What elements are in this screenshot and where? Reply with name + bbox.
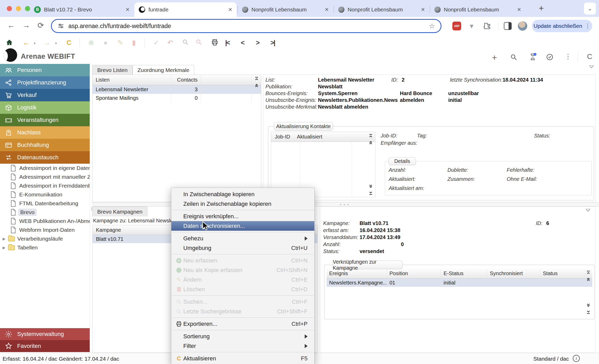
scroll-page-up-icon[interactable]	[586, 277, 591, 282]
ereignis-cell[interactable]: Newsletters.Kampagne....	[327, 279, 387, 287]
horizontal-splitter[interactable]: • • •	[92, 202, 599, 207]
e-status-cell[interactable]: initial	[441, 279, 487, 287]
global-search-icon[interactable]	[510, 54, 517, 61]
sidebar-folder-verarbeitungslaeufe[interactable]: ▶ Verarbeitungsläufe	[0, 234, 90, 243]
tab-close-icon[interactable]: ✕	[517, 6, 521, 13]
app-menu-icon[interactable]: ⋮	[565, 52, 571, 61]
sidebar-item-brevo-selected[interactable]: Brevo	[0, 208, 90, 217]
adblock-extension-icon[interactable]: ABP	[452, 22, 461, 30]
browser-tab[interactable]: Nonprofit Lebensbaum ✕	[430, 2, 525, 17]
menu-item-sortierung[interactable]: Sortierung	[171, 332, 314, 341]
browser-tab-active[interactable]: funtrade ✕	[134, 2, 237, 17]
collapse-panel-icon[interactable]	[589, 65, 594, 68]
job-table-header[interactable]: Job-ID Aktualisiert	[271, 132, 375, 142]
chrome-update-button[interactable]: Update abschließen ⋮	[532, 20, 592, 32]
browser-menu-icon[interactable]: ⋮	[585, 23, 590, 29]
sidebar-item-webform-import[interactable]: Webform Import-Daten	[0, 226, 90, 234]
tab-search-chevron-button[interactable]: ⌄	[584, 3, 596, 15]
forward-dropdown-icon[interactable]: ▾	[55, 41, 57, 45]
menu-item-umgebung[interactable]: UmgebungCtrl+U	[171, 243, 314, 253]
column-header-aktualisiert[interactable]: Aktualisiert	[297, 134, 322, 140]
synchronisiert-cell[interactable]	[487, 279, 540, 287]
column-header-synchronisiert[interactable]: Synchronisiert	[487, 269, 540, 278]
column-header-listen[interactable]: Listen	[93, 75, 171, 85]
print-icon[interactable]	[211, 39, 218, 46]
scroll-bottom-icon[interactable]	[586, 310, 591, 314]
listen-table-header[interactable]: Listen Contacts	[93, 75, 261, 85]
expand-caret-icon[interactable]: ▶	[3, 237, 5, 241]
home-icon[interactable]	[6, 39, 13, 46]
add-icon[interactable]: +	[492, 52, 497, 63]
column-header-job-id[interactable]: Job-ID	[275, 134, 290, 140]
scroll-top-icon[interactable]	[368, 134, 373, 138]
menu-item-exportieren[interactable]: Exportieren...Ctrl+P	[171, 319, 314, 329]
sidebar-item-datenaustausch[interactable]: Datenaustausch	[0, 151, 90, 164]
browser-tab[interactable]: B Blatt v10.72 - Brevo ✕	[30, 2, 134, 17]
pending-jobs-hourglass-icon[interactable]	[529, 53, 537, 61]
back-icon[interactable]: ←	[7, 21, 15, 30]
sidebar-item-buchhaltung[interactable]: Buchhaltung	[0, 139, 90, 151]
tab-zuordnung-merkmale[interactable]: Zuordnung Merkmale	[133, 65, 194, 75]
sidebar-item-favoriten[interactable]: Favoriten	[0, 340, 90, 352]
tab-close-icon[interactable]: ✕	[125, 6, 130, 13]
status-cell[interactable]	[540, 279, 585, 287]
sidebar-item-ftml[interactable]: FTML Datenbearbeitung	[0, 199, 90, 208]
sidebar-item-verkauf[interactable]: Verkauf	[0, 89, 90, 101]
kampagne-name-cell[interactable]: Blatt v10.71	[96, 236, 123, 242]
scroll-page-up-icon[interactable]	[254, 83, 259, 88]
list-name-cell[interactable]: Lebensmail Newsletter	[93, 85, 171, 94]
browser-tab[interactable]: Nonprofit Lebensbaum ✕	[334, 2, 429, 17]
column-header-e-status[interactable]: E-Status	[441, 269, 487, 278]
refresh-icon[interactable]: C	[67, 39, 71, 47]
menu-item-gehezu[interactable]: Gehezu	[171, 234, 314, 243]
scroll-top-icon[interactable]	[254, 76, 259, 81]
browser-tab[interactable]: Nonprofit Lebensbaum ✕	[238, 2, 333, 17]
sidebar-folder-tabellen[interactable]: ▶ Tabellen	[0, 243, 90, 252]
scroll-top-icon[interactable]	[586, 270, 591, 275]
column-header-status[interactable]: Status	[540, 269, 585, 278]
menu-item-in-zwischenablage-kopieren[interactable]: In Zwischenablage kopieren	[171, 189, 314, 199]
scroll-bottom-icon[interactable]	[368, 191, 373, 195]
sidebar-item-adressimport-fremd[interactable]: Adressimport in Fremddatenbank	[0, 181, 90, 190]
sidebar-item-nachlass[interactable]: Nachlass	[0, 126, 90, 139]
forward-icon[interactable]: →	[22, 21, 30, 30]
expand-caret-icon[interactable]: ▶	[3, 246, 5, 250]
sidebar-item-systemverwaltung[interactable]: Systemverwaltung	[0, 328, 90, 340]
scroll-page-up-icon[interactable]	[368, 140, 373, 145]
tab-close-icon[interactable]: ✕	[421, 6, 425, 13]
collapse-panel-icon[interactable]	[586, 209, 590, 212]
tab-close-icon[interactable]: ✕	[228, 6, 232, 13]
last-record-icon[interactable]: >|	[270, 39, 275, 47]
search-records-icon[interactable]	[182, 39, 189, 45]
tab-close-icon[interactable]: ✕	[324, 6, 329, 13]
sidebar-splitter[interactable]: •••	[90, 64, 92, 353]
maximize-window-button[interactable]	[25, 6, 30, 11]
tab-brevo-kampagnen[interactable]: Brevo Kampagnen	[92, 207, 147, 216]
table-row[interactable]: Lebensmail Newsletter 3	[93, 85, 261, 94]
profile-avatar[interactable]	[518, 21, 527, 31]
contacts-cell[interactable]: 0	[171, 94, 201, 102]
menu-item-zeilen-in-zwischenablage-kopieren[interactable]: Zeilen in Zwischenablage kopieren	[171, 199, 314, 209]
table-row[interactable]: Spontane Mailings 0	[93, 94, 261, 102]
info-icon[interactable]: i	[573, 355, 580, 362]
minimize-window-button[interactable]	[16, 6, 21, 11]
side-panel-icon[interactable]	[504, 22, 512, 30]
sidebar-item-personen[interactable]: Personen	[0, 64, 90, 76]
extension-v-icon[interactable]: ▼	[468, 23, 475, 30]
close-window-button[interactable]	[7, 6, 12, 11]
tasks-check-icon[interactable]	[546, 53, 554, 61]
address-bar[interactable]: asp.arenae.ch/funtrade-webift/funtrade ☆	[51, 19, 441, 33]
scroll-page-down-icon[interactable]	[368, 184, 373, 189]
column-header-contacts[interactable]: Contacts	[171, 75, 201, 85]
next-record-icon[interactable]: >	[256, 39, 260, 47]
first-record-icon[interactable]: |<	[225, 39, 229, 47]
previous-record-icon[interactable]: <	[241, 39, 245, 47]
sidebar-item-adressimport-eigene[interactable]: Adressimport in eigene Datenbar	[0, 164, 90, 173]
contacts-cell[interactable]: 3	[171, 85, 201, 94]
scroll-page-down-icon[interactable]	[586, 303, 591, 308]
list-name-cell[interactable]: Spontane Mailings	[93, 94, 171, 102]
sidebar-item-logistik[interactable]: Logistik	[0, 101, 90, 114]
sidebar-item-web-publikationen[interactable]: WEB Publikationen An-/Abmelde	[0, 217, 90, 226]
menu-item-filter[interactable]: Filter	[171, 341, 314, 351]
site-settings-icon[interactable]	[57, 23, 64, 29]
